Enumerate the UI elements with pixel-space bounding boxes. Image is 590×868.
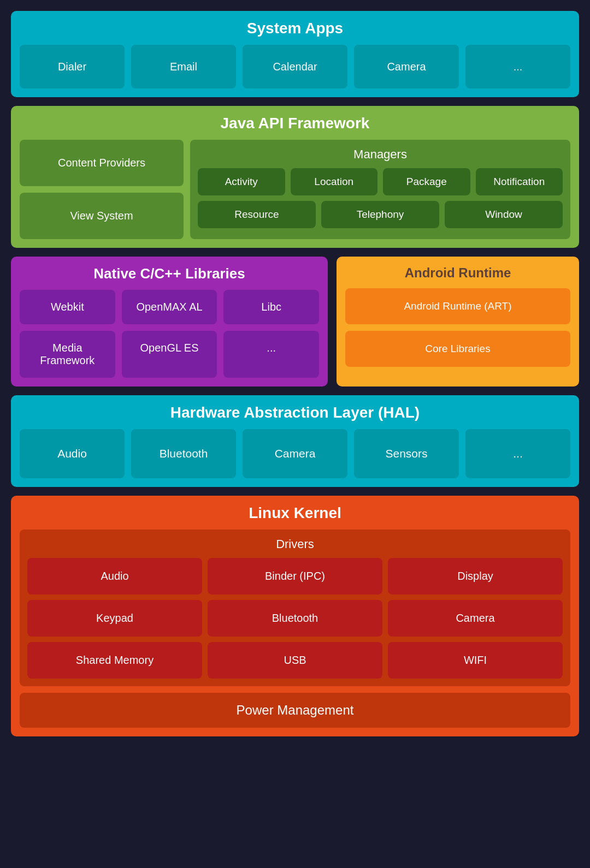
system-apps-row: Dialer Email Calendar Camera ... xyxy=(20,45,570,88)
driver-wifi: WIFI xyxy=(388,642,563,679)
hal-camera: Camera xyxy=(243,429,347,478)
native-row-2: Media Framework OpenGL ES ... xyxy=(20,331,319,378)
manager-window: Window xyxy=(445,201,563,228)
native-more: ... xyxy=(223,331,319,378)
hal-bluetooth: Bluetooth xyxy=(131,429,236,478)
app-email: Email xyxy=(131,45,236,88)
hal-more: ... xyxy=(465,429,570,478)
system-apps-title: System Apps xyxy=(20,20,570,37)
view-system-card: View System xyxy=(20,193,184,239)
linux-kernel-title: Linux Kernel xyxy=(20,504,570,522)
driver-camera: Camera xyxy=(388,600,563,637)
manager-location: Location xyxy=(291,168,378,195)
app-calendar: Calendar xyxy=(243,45,347,88)
native-media-framework: Media Framework xyxy=(20,331,115,378)
hal-sensors: Sensors xyxy=(354,429,459,478)
hal-row: Audio Bluetooth Camera Sensors ... xyxy=(20,429,570,478)
native-runtime-row: Native C/C++ Libraries Webkit OpenMAX AL… xyxy=(11,257,579,387)
java-api-left: Content Providers View System xyxy=(20,140,184,239)
managers-row-1: Activity Location Package Notification xyxy=(198,168,563,195)
native-title: Native C/C++ Libraries xyxy=(20,265,319,282)
native-layer: Native C/C++ Libraries Webkit OpenMAX AL… xyxy=(11,257,328,387)
android-runtime-layer: Android Runtime Android Runtime (ART) Co… xyxy=(337,257,579,387)
native-grid: Webkit OpenMAX AL Libc Media Framework O… xyxy=(20,290,319,378)
drivers-grid: Audio Binder (IPC) Display Keypad Blueto… xyxy=(27,558,563,679)
android-runtime-title: Android Runtime xyxy=(345,265,570,281)
linux-kernel-layer: Linux Kernel Drivers Audio Binder (IPC) … xyxy=(11,496,579,736)
native-webkit: Webkit xyxy=(20,290,115,324)
manager-notification: Notification xyxy=(476,168,563,195)
driver-shared-memory: Shared Memory xyxy=(27,642,202,679)
manager-telephony: Telephony xyxy=(321,201,439,228)
managers-grid: Activity Location Package Notification R… xyxy=(198,168,563,228)
driver-binder: Binder (IPC) xyxy=(208,558,382,594)
runtime-art: Android Runtime (ART) xyxy=(345,288,570,324)
drivers-row-2: Keypad Bluetooth Camera xyxy=(27,600,563,637)
driver-keypad: Keypad xyxy=(27,600,202,637)
drivers-box: Drivers Audio Binder (IPC) Display Keypa… xyxy=(20,530,570,686)
managers-row-2: Resource Telephony Window xyxy=(198,201,563,228)
runtime-cards: Android Runtime (ART) Core Libraries xyxy=(345,288,570,367)
driver-display: Display xyxy=(388,558,563,594)
app-more: ... xyxy=(465,45,570,88)
hal-audio: Audio xyxy=(20,429,125,478)
java-api-layer: Java API Framework Content Providers Vie… xyxy=(11,106,579,248)
driver-audio: Audio xyxy=(27,558,202,594)
app-camera: Camera xyxy=(354,45,459,88)
managers-title: Managers xyxy=(198,147,563,162)
native-opengl: OpenGL ES xyxy=(122,331,217,378)
system-apps-layer: System Apps Dialer Email Calendar Camera… xyxy=(11,11,579,97)
app-dialer: Dialer xyxy=(20,45,125,88)
runtime-core-libraries: Core Libraries xyxy=(345,331,570,367)
content-providers-card: Content Providers xyxy=(20,140,184,186)
power-management-bar: Power Management xyxy=(20,693,570,728)
native-row-1: Webkit OpenMAX AL Libc xyxy=(20,290,319,324)
manager-activity: Activity xyxy=(198,168,285,195)
driver-bluetooth: Bluetooth xyxy=(208,600,382,637)
native-openmax: OpenMAX AL xyxy=(122,290,217,324)
java-api-title: Java API Framework xyxy=(20,115,570,132)
driver-usb: USB xyxy=(208,642,382,679)
drivers-row-3: Shared Memory USB WIFI xyxy=(27,642,563,679)
hal-layer: Hardware Abstraction Layer (HAL) Audio B… xyxy=(11,395,579,487)
java-api-content: Content Providers View System Managers A… xyxy=(20,140,570,239)
hal-title: Hardware Abstraction Layer (HAL) xyxy=(20,404,570,421)
drivers-row-1: Audio Binder (IPC) Display xyxy=(27,558,563,594)
manager-resource: Resource xyxy=(198,201,316,228)
native-libc: Libc xyxy=(223,290,319,324)
managers-box: Managers Activity Location Package Notif… xyxy=(190,140,570,239)
drivers-title: Drivers xyxy=(27,537,563,551)
manager-package: Package xyxy=(383,168,470,195)
